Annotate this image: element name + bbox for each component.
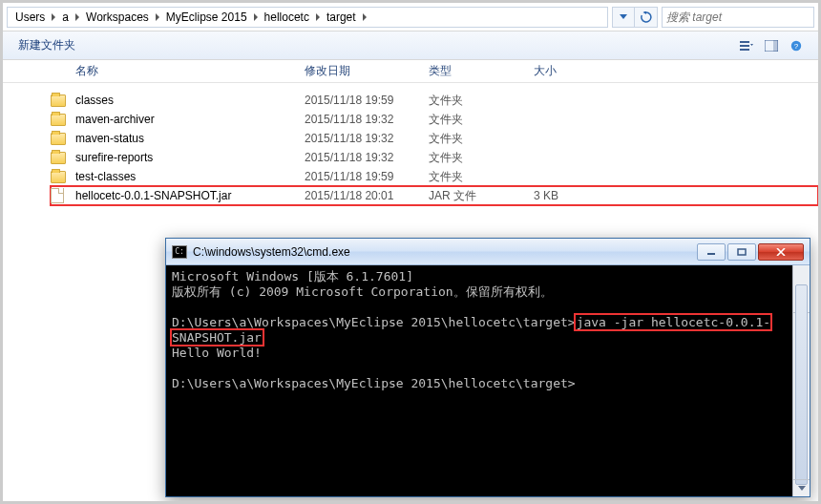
file-row[interactable]: hellocetc-0.0.1-SNAPSHOT.jar 2015/11/18 … [51,186,818,205]
file-modified: 2015/11/18 20:01 [305,189,429,202]
new-folder-button[interactable]: 新建文件夹 [12,37,81,53]
folder-icon [51,171,75,183]
chevron-right-icon[interactable] [313,8,323,27]
column-size[interactable]: 大小 [534,63,610,79]
file-row[interactable]: surefire-reports 2015/11/18 19:32 文件夹 [51,148,818,167]
file-modified: 2015/11/18 19:32 [305,151,429,164]
crumb-workspaces[interactable]: Workspaces [82,8,153,27]
close-button[interactable] [758,243,804,261]
file-name: maven-archiver [75,113,305,126]
history-dropdown-button[interactable] [612,7,635,28]
file-name: test-classes [75,170,305,183]
scroll-thumb[interactable] [795,284,808,485]
file-row[interactable]: test-classes 2015/11/18 19:59 文件夹 [51,167,818,186]
file-modified: 2015/11/18 19:59 [305,170,429,183]
toolbar: 新建文件夹 ? [3,32,818,60]
file-modified: 2015/11/18 19:32 [305,132,429,145]
file-row[interactable]: maven-status 2015/11/18 19:32 文件夹 [51,129,818,148]
cmd-prompt: D:\Users\a\Workspaces\MyEclipse 2015\hel… [172,315,576,329]
search-input[interactable] [662,7,814,28]
breadcrumb[interactable]: Users a Workspaces MyEclipse 2015 helloc… [7,7,608,28]
file-type: JAR 文件 [429,188,534,204]
file-type: 文件夹 [429,93,534,109]
file-modified: 2015/11/18 19:32 [305,113,429,126]
file-type: 文件夹 [429,112,534,128]
svg-rect-2 [740,49,749,51]
cmd-output[interactable]: Microsoft Windows [版本 6.1.7601] 版权所有 (c)… [166,265,810,496]
chevron-right-icon[interactable] [251,8,261,27]
file-name: classes [75,94,305,107]
chevron-right-icon[interactable] [73,8,82,27]
cmd-line: 版权所有 (c) 2009 Microsoft Corporation。保留所有… [172,284,553,299]
chevron-right-icon[interactable] [360,8,369,27]
cmd-prompt: D:\Users\a\Workspaces\MyEclipse 2015\hel… [172,376,576,390]
folder-icon [51,94,75,107]
cmd-title-text: C:\windows\system32\cmd.exe [193,245,695,259]
refresh-button[interactable] [635,7,658,28]
maximize-button[interactable] [727,243,756,261]
column-type[interactable]: 类型 [429,63,534,79]
history-nav [612,7,658,28]
chevron-right-icon[interactable] [49,8,58,27]
view-options-button[interactable] [734,35,759,56]
column-headers: 名称 修改日期 类型 大小 [3,60,818,83]
svg-rect-4 [773,40,778,52]
folder-icon [51,133,75,145]
crumb-users[interactable]: Users [11,8,49,27]
svg-text:?: ? [794,42,799,51]
file-row[interactable]: maven-archiver 2015/11/18 19:32 文件夹 [51,110,818,129]
crumb-hellocetc[interactable]: hellocetc [261,8,313,27]
svg-rect-7 [707,253,715,255]
help-button[interactable]: ? [784,35,809,56]
crumb-myeclipse[interactable]: MyEclipse 2015 [162,8,251,27]
file-size: 3 KB [534,189,610,202]
column-modified[interactable]: 修改日期 [305,63,429,79]
svg-rect-0 [740,41,749,43]
cmd-scrollbar[interactable] [792,265,810,496]
column-name[interactable]: 名称 [75,63,305,79]
address-bar: Users a Workspaces MyEclipse 2015 helloc… [3,3,818,32]
cmd-line: Microsoft Windows [版本 6.1.7601] [172,269,413,284]
window-buttons [695,243,804,261]
minimize-button[interactable] [697,243,726,261]
crumb-target[interactable]: target [323,8,360,27]
preview-pane-button[interactable] [759,35,784,56]
file-list: classes 2015/11/18 19:59 文件夹 maven-archi… [3,83,818,205]
crumb-a[interactable]: a [58,8,73,27]
svg-rect-8 [738,249,746,255]
cmd-titlebar[interactable]: C: C:\windows\system32\cmd.exe [166,239,810,265]
file-modified: 2015/11/18 19:59 [305,94,429,107]
scroll-down-button[interactable] [793,479,810,496]
file-type: 文件夹 [429,169,534,185]
file-name: maven-status [75,132,305,145]
file-type: 文件夹 [429,131,534,147]
file-name: hellocetc-0.0.1-SNAPSHOT.jar [75,189,305,202]
file-row[interactable]: classes 2015/11/18 19:59 文件夹 [51,91,818,110]
file-name: surefire-reports [75,151,305,164]
cmd-line: Hello World! [172,346,262,360]
cmd-window[interactable]: C: C:\windows\system32\cmd.exe Microsoft… [165,238,810,497]
file-type: 文件夹 [429,150,534,166]
folder-icon [51,152,75,164]
jar-file-icon [51,188,75,203]
folder-icon [51,114,75,126]
cmd-icon: C: [172,245,187,259]
chevron-right-icon[interactable] [153,8,162,27]
svg-rect-1 [740,45,749,47]
